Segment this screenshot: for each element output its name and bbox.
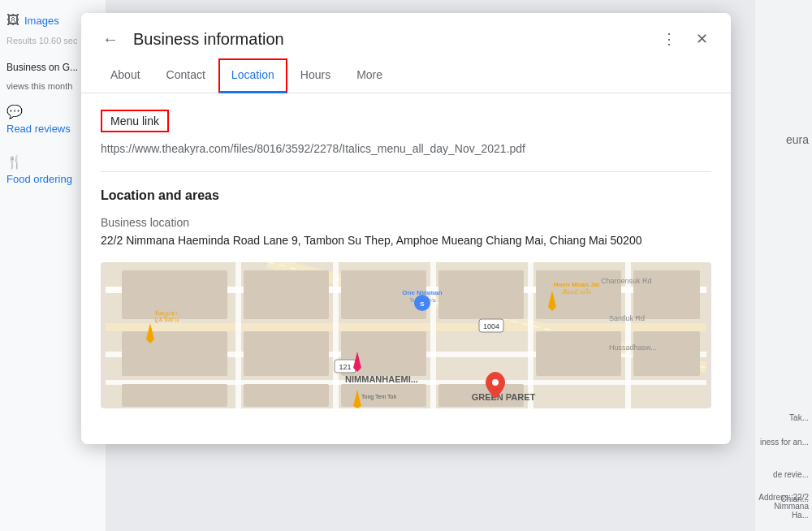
svg-rect-13 bbox=[244, 331, 329, 376]
svg-rect-10 bbox=[528, 262, 533, 408]
tab-about[interactable]: About bbox=[97, 58, 153, 93]
back-button[interactable]: ← bbox=[97, 26, 123, 52]
map-container[interactable]: Charoensuk Rd Santluk Rd Hussadhasw... 1… bbox=[101, 262, 711, 408]
svg-rect-7 bbox=[235, 262, 241, 408]
svg-text:Charoensuk Rd: Charoensuk Rd bbox=[601, 277, 652, 285]
svg-text:121: 121 bbox=[339, 363, 351, 371]
svg-rect-16 bbox=[438, 270, 524, 319]
svg-rect-8 bbox=[333, 262, 339, 408]
svg-text:Santluk Rd: Santluk Rd bbox=[609, 314, 645, 322]
svg-text:วันนิมมาน: วันนิมมาน bbox=[409, 297, 436, 303]
header-icons: ⋮ ✕ bbox=[656, 26, 715, 52]
business-info-modal: ← Business information ⋮ ✕ About Contact… bbox=[81, 13, 731, 444]
menu-link-label: Menu link bbox=[101, 110, 169, 132]
modal-title: Business information bbox=[133, 30, 656, 49]
location-title: Location and areas bbox=[101, 188, 711, 203]
close-button[interactable]: ✕ bbox=[689, 26, 715, 52]
svg-text:ยิ่งคุณช่า: ยิ่งคุณช่า bbox=[155, 309, 178, 317]
menu-link-section: Menu link https://www.theakyra.com/files… bbox=[101, 93, 711, 172]
svg-rect-12 bbox=[244, 270, 329, 319]
svg-text:เฮือนม้วนใจ: เฮือนม้วนใจ bbox=[562, 288, 591, 295]
tab-location[interactable]: Location bbox=[218, 58, 287, 93]
svg-rect-24 bbox=[244, 384, 329, 407]
svg-text:GREEN PARET: GREEN PARET bbox=[472, 392, 536, 402]
svg-text:One Nimman: One Nimman bbox=[402, 289, 442, 296]
tab-more[interactable]: More bbox=[343, 58, 395, 93]
svg-rect-2 bbox=[106, 323, 706, 331]
svg-text:Hussadhasw...: Hussadhasw... bbox=[609, 343, 657, 352]
business-location-subsection: Business location 22/2 Nimmana Haeminda … bbox=[101, 216, 711, 249]
more-options-button[interactable]: ⋮ bbox=[656, 26, 682, 52]
business-location-label: Business location bbox=[101, 216, 711, 229]
map-svg: Charoensuk Rd Santluk Rd Hussadhasw... 1… bbox=[101, 262, 711, 408]
svg-rect-20 bbox=[633, 331, 700, 376]
tabs-bar: About Contact Location Hours More bbox=[81, 58, 731, 93]
svg-text:Huen Muan Jai: Huen Muan Jai bbox=[554, 281, 599, 288]
modal-overlay: ← Business information ⋮ ✕ About Contact… bbox=[0, 0, 812, 531]
svg-text:Tong Tem Toh: Tong Tem Toh bbox=[361, 394, 396, 400]
tab-contact[interactable]: Contact bbox=[153, 58, 218, 93]
svg-point-48 bbox=[492, 379, 499, 386]
modal-content: Menu link https://www.theakyra.com/files… bbox=[81, 93, 731, 444]
svg-text:NIMMANHAEMI...: NIMMANHAEMI... bbox=[345, 374, 418, 384]
svg-rect-18 bbox=[536, 331, 621, 376]
menu-link-url[interactable]: https://www.theakyra.com/files/8016/3592… bbox=[101, 142, 711, 155]
svg-text:1004: 1004 bbox=[483, 322, 499, 330]
location-section: Location and areas Business location 22/… bbox=[101, 172, 711, 425]
svg-rect-23 bbox=[122, 384, 227, 407]
svg-rect-9 bbox=[430, 262, 436, 408]
address-text: 22/2 Nimmana Haeminda Road Lane 9, Tambo… bbox=[101, 232, 711, 249]
modal-header: ← Business information ⋮ ✕ bbox=[81, 13, 731, 52]
svg-rect-22 bbox=[122, 331, 227, 376]
tab-hours[interactable]: Hours bbox=[287, 58, 343, 93]
